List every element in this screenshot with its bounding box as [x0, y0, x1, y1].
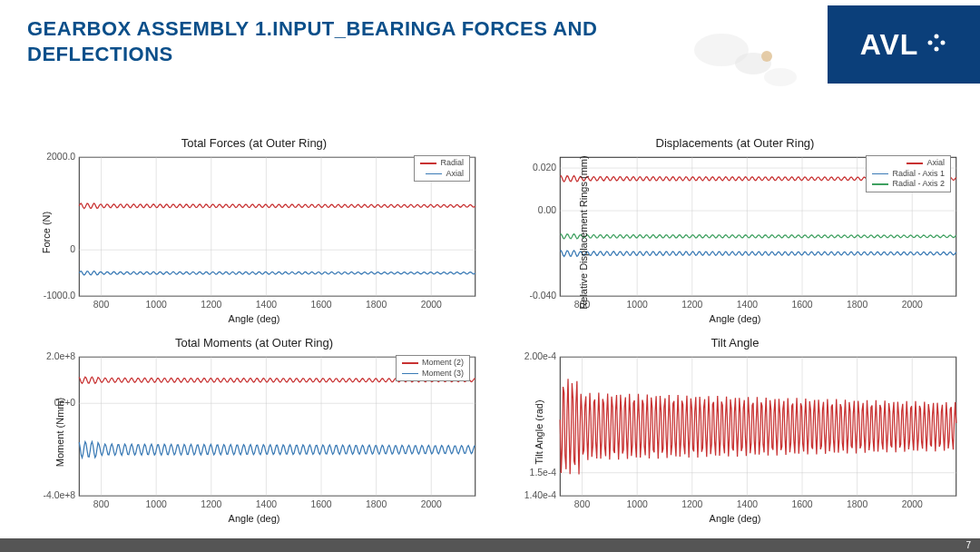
svg-text:0: 0	[70, 244, 75, 254]
svg-text:1200: 1200	[681, 300, 702, 310]
svg-point-3	[928, 41, 933, 45]
svg-text:1000: 1000	[627, 300, 648, 310]
svg-point-2	[935, 47, 939, 52]
svg-text:1800: 1800	[366, 499, 387, 509]
legend: Moment (2)Moment (3)	[396, 355, 470, 381]
svg-text:1600: 1600	[310, 300, 331, 310]
svg-text:1800: 1800	[847, 499, 867, 509]
chart-title: Displacements (at Outer Ring)	[508, 136, 962, 150]
legend: RadialAxial	[414, 155, 470, 182]
y-axis-label: Tilt Angle (rad)	[534, 400, 544, 465]
svg-text:1000: 1000	[146, 300, 167, 310]
chart-3: Tilt AngleTilt Angle (rad)80010001200140…	[508, 336, 962, 527]
plot-area: Tilt Angle (rad)800100012001400160018002…	[508, 351, 962, 513]
page-title: GEARBOX ASSEMBLY 1.INPUT_BEARINGA FORCES…	[27, 16, 662, 66]
svg-text:1400: 1400	[737, 300, 758, 310]
chart-1: Displacements (at Outer Ring)Relative Di…	[508, 136, 962, 327]
svg-text:1000: 1000	[627, 499, 648, 509]
y-axis-label: Relative Displacement Rings (mm)	[578, 155, 589, 309]
svg-text:1200: 1200	[681, 499, 702, 509]
svg-point-6	[761, 51, 772, 62]
chart-2: Total Moments (at Outer Ring)Moment (Nmm…	[27, 336, 481, 527]
svg-text:1800: 1800	[366, 300, 387, 310]
svg-text:0.00: 0.00	[538, 205, 556, 215]
svg-text:2000: 2000	[421, 499, 442, 509]
footer-bar: 7	[0, 538, 980, 552]
svg-text:1.5e-4: 1.5e-4	[530, 468, 557, 478]
plot-area: Relative Displacement Rings (mm)80010001…	[508, 152, 962, 313]
svg-text:-0.040: -0.040	[530, 291, 557, 301]
svg-text:1400: 1400	[737, 499, 758, 509]
svg-text:800: 800	[574, 499, 591, 509]
page-number: 7	[965, 540, 971, 550]
x-axis-label: Angle (deg)	[508, 513, 962, 524]
chart-title: Tilt Angle	[508, 336, 962, 350]
svg-text:1400: 1400	[256, 499, 277, 509]
svg-text:1600: 1600	[791, 300, 812, 310]
x-axis-label: Angle (deg)	[508, 313, 962, 324]
svg-text:800: 800	[93, 499, 110, 509]
x-axis-label: Angle (deg)	[27, 513, 481, 524]
decorative-bearing-graphic	[667, 18, 812, 100]
svg-text:800: 800	[93, 300, 110, 310]
x-axis-label: Angle (deg)	[27, 313, 481, 324]
svg-text:2000: 2000	[902, 499, 923, 509]
svg-text:-1000.0: -1000.0	[44, 291, 75, 301]
svg-text:1200: 1200	[201, 300, 221, 310]
svg-text:2.0e+8: 2.0e+8	[46, 351, 75, 361]
chart-title: Total Moments (at Outer Ring)	[27, 336, 481, 350]
plot-area: Force (N)800100012001400160018002000-100…	[27, 152, 481, 313]
chart-0: Total Forces (at Outer Ring)Force (N)800…	[27, 136, 481, 327]
logo-text: AVL	[860, 28, 919, 62]
svg-text:2000: 2000	[421, 300, 442, 310]
svg-text:2000.0: 2000.0	[46, 152, 75, 162]
legend: AxialRadial - Axis 1Radial - Axis 2	[866, 155, 951, 192]
svg-text:1600: 1600	[791, 499, 812, 509]
svg-text:1800: 1800	[847, 300, 867, 310]
svg-point-1	[941, 41, 946, 45]
svg-text:1000: 1000	[146, 499, 167, 509]
svg-text:1600: 1600	[310, 499, 331, 509]
charts-grid: Total Forces (at Outer Ring)Force (N)800…	[27, 136, 962, 525]
svg-text:-4.0e+8: -4.0e+8	[44, 490, 76, 500]
plot-area: Moment (Nmm)800100012001400160018002000-…	[27, 351, 481, 513]
crest-icon	[926, 32, 947, 57]
chart-title: Total Forces (at Outer Ring)	[27, 136, 481, 150]
svg-text:2.00e-4: 2.00e-4	[524, 351, 556, 361]
y-axis-label: Moment (Nmm)	[54, 398, 65, 467]
svg-text:0.020: 0.020	[533, 163, 556, 172]
brand-logo: AVL	[828, 5, 980, 84]
svg-text:1400: 1400	[256, 300, 277, 310]
svg-point-0	[935, 34, 939, 39]
svg-text:1.40e-4: 1.40e-4	[524, 490, 556, 500]
svg-text:1200: 1200	[201, 499, 221, 509]
svg-text:2000: 2000	[902, 300, 923, 310]
y-axis-label: Force (N)	[41, 212, 52, 253]
svg-point-7	[764, 68, 797, 86]
